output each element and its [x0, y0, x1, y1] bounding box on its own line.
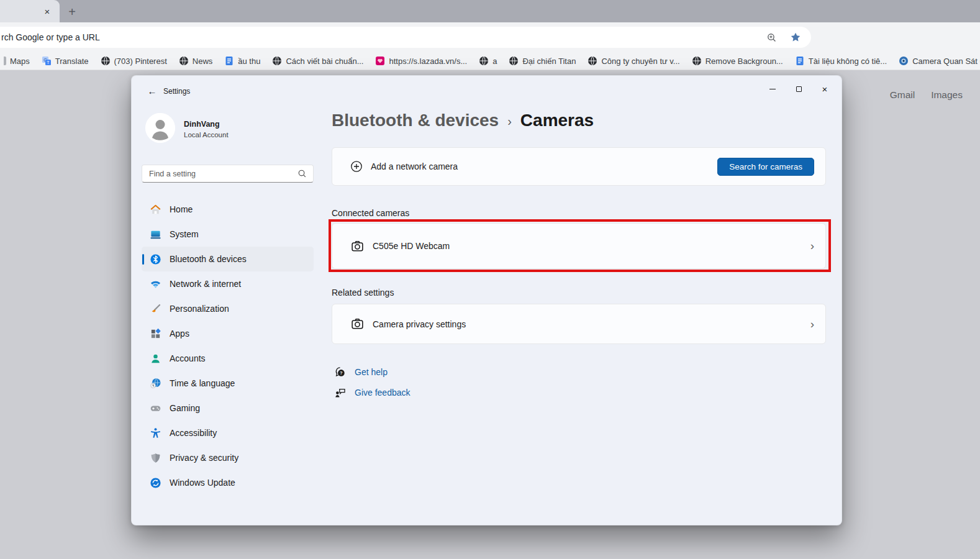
bookmark-item[interactable]: Đại chiến Titan [509, 56, 576, 66]
shield-icon [150, 452, 161, 464]
bookmark-item[interactable]: a [479, 56, 497, 66]
get-help-row: ? Get help [334, 364, 388, 380]
sidebar-item-home[interactable]: Home [142, 197, 314, 222]
bookmark-item[interactable]: Remove Backgroun... [692, 56, 783, 66]
browser-toolbar: rch Google or type a URL SQ a [0, 22, 980, 52]
connected-camera-label: C505e HD Webcam [373, 241, 450, 251]
window-title: Settings [163, 87, 190, 96]
sidebar-item-personalization[interactable]: Personalization [142, 296, 314, 321]
document-icon [795, 56, 805, 66]
related-settings-header: Related settings [332, 288, 394, 298]
camera-icon [350, 317, 365, 331]
system-icon [150, 229, 161, 240]
account-name: DinhVang [184, 120, 220, 129]
give-feedback-row: Give feedback [334, 384, 411, 401]
svg-text:?: ? [340, 370, 343, 376]
search-icon[interactable] [297, 169, 313, 178]
browser-tabstrip: × + [0, 0, 980, 22]
settings-main: Bluetooth & devices › Cameras Add a netw… [332, 76, 826, 526]
sidebar-item-gaming[interactable]: Gaming [142, 396, 314, 420]
search-for-cameras-button[interactable]: Search for cameras [717, 158, 814, 176]
breadcrumb-parent[interactable]: Bluetooth & devices [332, 111, 499, 130]
images-link[interactable]: Images [931, 89, 963, 101]
bookmark-item[interactable]: https://s.lazada.vn/s... [375, 56, 467, 66]
globe-icon [179, 56, 189, 66]
sidebar-item-accessibility[interactable]: Accessibility [142, 420, 314, 445]
paintbrush-icon [150, 303, 161, 315]
globe-icon [509, 56, 519, 66]
feedback-person-icon [334, 386, 347, 399]
chevron-right-icon: › [810, 317, 814, 331]
avatar [145, 113, 175, 143]
give-feedback-link[interactable]: Give feedback [355, 388, 411, 398]
page-title: Cameras [520, 111, 594, 130]
sidebar-item-apps[interactable]: Apps [142, 321, 314, 346]
gmail-link[interactable]: Gmail [890, 89, 915, 101]
globe-icon [692, 56, 702, 66]
globe-clock-icon [150, 378, 161, 389]
help-question-icon: ? [334, 366, 347, 378]
google-header-links: Gmail Images [890, 89, 963, 101]
bookmark-item[interactable]: GT Translate [42, 56, 89, 66]
sidebar-item-accounts[interactable]: Accounts [142, 346, 314, 371]
bookmark-star-icon[interactable] [790, 32, 801, 43]
globe-icon [101, 56, 111, 66]
bookmark-item[interactable]: Công ty chuyên tư v... [588, 56, 679, 66]
bookmark-item[interactable]: ầu thu [224, 56, 260, 66]
svg-text:T: T [47, 60, 50, 65]
chevron-right-icon: › [810, 239, 814, 253]
settings-search-box[interactable] [142, 165, 314, 183]
sidebar-item-system[interactable]: System [142, 222, 314, 247]
zoom-icon[interactable] [766, 32, 777, 43]
back-arrow-icon[interactable]: ← [145, 84, 159, 98]
plus-circle-icon [350, 160, 363, 173]
bookmark-item[interactable]: Cách viết bài chuẩn... [272, 56, 363, 66]
address-bar-text[interactable]: rch Google or type a URL [0, 32, 766, 42]
chevron-right-icon: › [507, 113, 512, 129]
update-refresh-icon [150, 477, 161, 489]
person-icon [150, 353, 161, 365]
accessibility-person-icon [150, 427, 161, 439]
bluetooth-icon [150, 253, 161, 265]
sidebar-item-privacy-security[interactable]: Privacy & security [142, 445, 314, 470]
sidebar-item-windows-update[interactable]: Windows Update [142, 470, 314, 495]
camera-privacy-settings-row[interactable]: Camera privacy settings › [332, 304, 826, 344]
clipped-icon [4, 57, 6, 65]
bookmark-item[interactable]: Maps [4, 57, 30, 66]
bookmark-item[interactable]: News [179, 56, 213, 66]
add-network-camera-label: Add a network camera [371, 161, 458, 171]
globe-icon [272, 56, 282, 66]
bookmark-item[interactable]: Camera Quan Sát C... [899, 56, 980, 66]
settings-window: ← Settings × DinhVang Local Account Home… [131, 75, 842, 525]
globe-icon [479, 56, 489, 66]
get-help-link[interactable]: Get help [355, 367, 388, 377]
camera-icon [350, 239, 365, 253]
wifi-icon [150, 278, 161, 290]
add-network-camera-row[interactable]: Add a network camera Search for cameras [332, 147, 826, 186]
globe-icon [588, 56, 597, 66]
camera-privacy-settings-label: Camera privacy settings [373, 319, 466, 329]
sidebar-item-bluetooth-devices[interactable]: Bluetooth & devices [142, 247, 314, 271]
connected-cameras-header: Connected cameras [332, 208, 409, 218]
settings-nav: Home System Bluetooth & devices Network … [142, 197, 314, 495]
new-tab-button[interactable]: + [65, 4, 79, 19]
account-type: Local Account [184, 131, 229, 139]
gamepad-icon [150, 402, 161, 414]
document-icon [224, 56, 234, 66]
bookmark-item[interactable]: (703) Pinterest [101, 56, 167, 66]
camera-lens-icon [899, 56, 909, 66]
close-tab-icon[interactable]: × [42, 6, 53, 17]
apps-icon [150, 328, 161, 340]
browser-tab-active[interactable]: × [0, 0, 60, 22]
bookmark-item[interactable]: Tài liệu không có tiê... [795, 56, 887, 66]
connected-camera-row[interactable]: C505e HD Webcam › [332, 223, 826, 269]
breadcrumb: Bluetooth & devices › Cameras [332, 111, 594, 130]
home-icon [150, 204, 161, 216]
bookmarks-bar: Maps GT Translate (703) Pinterest News ầ… [0, 52, 980, 70]
address-bar[interactable]: rch Google or type a URL [0, 27, 811, 48]
search-input[interactable] [142, 170, 297, 178]
sidebar-item-network-internet[interactable]: Network & internet [142, 271, 314, 296]
lazada-icon [375, 56, 385, 66]
sidebar-item-time-language[interactable]: Time & language [142, 371, 314, 396]
translate-icon: GT [42, 56, 52, 66]
